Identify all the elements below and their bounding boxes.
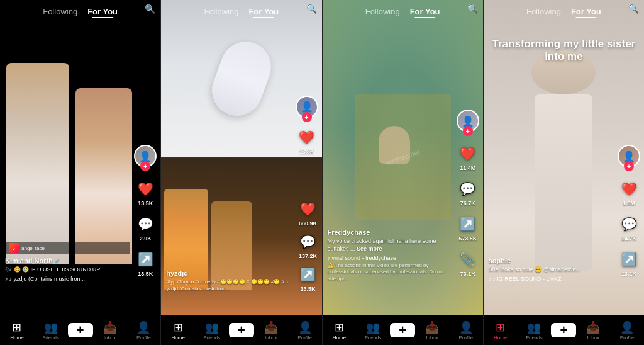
like-btn-2t[interactable]: ❤️ 13.8K [297,127,317,155]
like-btn-2b[interactable]: ❤️ 660.9K [298,199,318,227]
panel-2-top: Following For You 🔍 👤 + ❤️ 13.8K [161,0,321,158]
friends-label-2: Friends [204,335,221,341]
username-1[interactable]: Kim and North ✓ [5,257,130,264]
see-more-3[interactable]: See more [357,246,382,252]
search-icon-3[interactable]: 🔍 [467,4,478,14]
username-4[interactable]: sophie [489,257,614,264]
share-btn-4[interactable]: ↗️ 13.1K [619,249,639,277]
home-label-2: Home [171,335,184,341]
panel-2-top-header: Following For You 🔍 [161,0,321,20]
foryou-tab-2[interactable]: For You [248,7,279,16]
nav-friends-4[interactable]: 👥 Friends [518,320,552,341]
share-btn-3[interactable]: ↗️ 573.8K [458,214,478,242]
comment-btn-2b[interactable]: 💬 137.2K [298,232,318,259]
share-icon-1: ↗️ [135,249,155,269]
heart-icon-1: ❤️ [135,179,155,199]
plus-btn-3[interactable]: + [390,323,415,337]
heart-icon-4: ❤️ [619,179,639,199]
comment-btn-4[interactable]: 💬 14.7K [619,214,639,242]
nav-profile-4[interactable]: 👤 Profile [610,320,644,341]
verified-1: ✓ [55,257,60,264]
panel-1-info: ♪ angel face Kim and North ✓ 🎶 😊 🥲 IF U … [5,242,130,282]
profile-icon-1: 👤 [136,320,150,334]
panel-4-actions: 👤 + ❤️ 1.6M 💬 14.7K ↗️ 13.1K [618,145,640,277]
search-icon-2[interactable]: 🔍 [306,4,317,14]
extra-btn-3[interactable]: 📎 73.1K [458,249,478,277]
nav-plus-2[interactable]: + [229,323,254,337]
panel-1-actions: 👤 + ❤️ 13.5K 💬 2.9K ↗️ 13.5K [134,145,157,277]
panel-1: Following For You 🔍 👤 + ❤️ 13.5K 💬 2.9K … [0,0,161,315]
avatar-3[interactable]: 👤 + [457,110,479,132]
nav-home-3[interactable]: ⊞ Home [323,320,357,341]
extra-icon-3: 📎 [458,249,478,269]
foryou-tab-1[interactable]: For You [87,7,118,16]
nav-inbox-2[interactable]: 📥 Inbox [254,320,288,341]
nav-friends-2[interactable]: 👥 Friends [195,320,229,341]
inbox-label-4: Inbox [587,335,599,341]
foryou-tab-4[interactable]: For You [571,7,601,16]
following-tab-1[interactable]: Following [43,7,77,16]
share-icon-3: ↗️ [458,214,478,234]
nav-plus-3[interactable]: + [390,323,415,337]
profile-label-3: Profile [459,335,474,341]
home-icon-3: ⊞ [335,320,344,334]
nav-inbox-1[interactable]: 📥 Inbox [93,320,127,341]
panel-2-bottom-actions: ❤️ 660.9K 💬 137.2K ↗️ 13.5K [298,199,318,292]
like-btn-3[interactable]: ❤️ 11.4M [458,144,478,171]
nav-home-1[interactable]: ⊞ Home [0,320,34,341]
nav-profile-2[interactable]: 👤 Profile [288,320,322,341]
search-icon-4[interactable]: 🔍 [628,4,639,14]
comment-btn-3[interactable]: 💬 76.7K [458,179,478,206]
username-3[interactable]: Freddychase [328,229,453,236]
friends-label-3: Friends [365,335,382,341]
follow-btn-3[interactable]: + [463,126,473,136]
friends-icon-2: 👥 [205,320,219,334]
following-tab-3[interactable]: Following [365,7,400,16]
foryou-tab-3[interactable]: For You [410,7,440,16]
nav-plus-1[interactable]: + [68,323,93,337]
nav-friends-1[interactable]: 👥 Friends [34,320,68,341]
panel-1-header: Following For You 🔍 [0,0,160,20]
plus-btn-1[interactable]: + [68,323,93,337]
profile-label-4: Profile [620,335,635,341]
share-btn-1[interactable]: ↗️ 13.5K [135,249,155,277]
share-icon-4: ↗️ [619,249,639,269]
avatar-4[interactable]: 👤 + [618,145,640,167]
music-3: ♪ ynial sound - freddychase [328,255,453,261]
profile-icon-3: 👤 [459,320,473,334]
nav-home-2[interactable]: ⊞ Home [161,320,195,341]
avatar-1[interactable]: 👤 + [134,145,157,167]
plus-btn-4[interactable]: + [551,323,576,337]
friends-label-4: Friends [526,335,543,341]
nav-plus-4[interactable]: + [551,323,576,337]
follow-btn-1[interactable]: + [140,161,150,171]
comment-icon-2b: 💬 [298,232,318,252]
caption-4: She looks so cute 🥺 @simaheizie... [489,266,614,274]
like-btn-1[interactable]: ❤️ 13.5K [135,179,155,206]
follow-btn-2t[interactable]: + [302,112,312,122]
friends-icon-3: 👥 [366,320,380,334]
inbox-icon-3: 📥 [425,320,439,334]
plus-btn-2[interactable]: + [229,323,254,337]
username-2b[interactable]: hyzdjd [166,269,291,277]
panel-4-header: Following For You 🔍 [484,0,644,20]
friends-icon-4: 👥 [527,320,541,334]
nav-profile-3[interactable]: 👤 Profile [449,320,483,341]
panel-2-bottom-info: hyzdjd #fyp #foryou #comedy #🙄🙄🙄🙄 # 🙄🙄🙄 … [166,269,291,292]
follow-btn-4[interactable]: + [624,161,634,171]
avatar-2t[interactable]: 👤 + [296,96,318,118]
nav-inbox-3[interactable]: 📥 Inbox [415,320,449,341]
search-icon-1[interactable]: 🔍 [145,4,155,14]
inbox-icon-4: 📥 [586,320,600,334]
share-btn-2b[interactable]: ↗️ 13.5K [298,264,318,292]
inbox-icon-1: 📥 [103,320,117,334]
nav-home-4[interactable]: ⊞ Home [484,320,518,341]
like-btn-4[interactable]: ❤️ 1.6M [619,179,639,206]
following-tab-4[interactable]: Following [526,7,561,16]
following-tab-2[interactable]: Following [204,7,238,16]
nav-profile-1[interactable]: 👤 Profile [126,320,160,341]
panel-3: Following For You 🔍 👤 + ❤️ 11.4M 💬 76.7K… [323,0,484,315]
comment-btn-1[interactable]: 💬 2.9K [135,214,155,242]
nav-friends-3[interactable]: 👥 Friends [356,320,390,341]
nav-inbox-4[interactable]: 📥 Inbox [576,320,610,341]
